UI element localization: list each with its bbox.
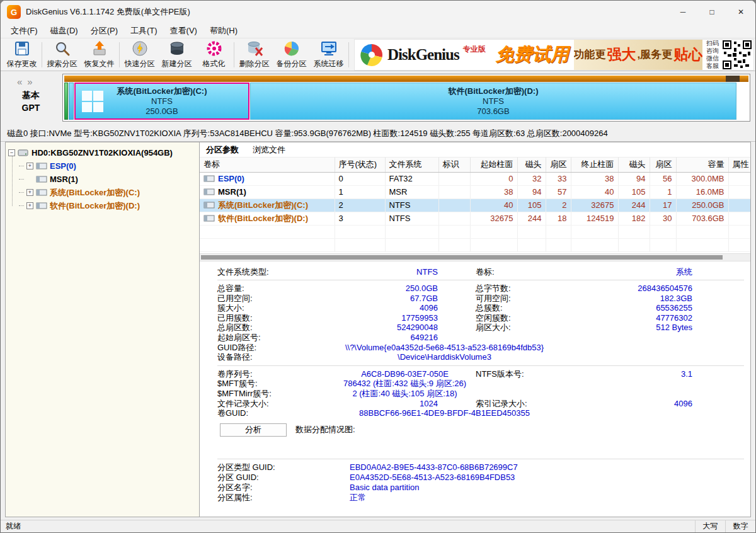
tab-browse-files[interactable]: 浏览文件 [253,144,285,156]
cell-fs: NTFS [385,212,438,225]
tree-root-label: HD0:KBG50ZNV1T02KIOXIA(954GB) [32,148,173,158]
detail-label: 文件系统类型: [217,267,334,277]
search-partition-button[interactable]: 搜索分区 [43,40,81,70]
menu-help[interactable]: 帮助(H) [203,23,244,38]
partition-row-software-d[interactable]: 软件(BitLocker加密)(D:) 3 NTFS 32675 244 18 … [200,212,750,225]
tree-item-software-d[interactable]: + 软件(BitLocker加密)(D:) [19,199,198,212]
format-button[interactable]: 格式化 [195,40,232,70]
delete-partition-button[interactable]: 删除分区 [236,40,273,70]
partition-block-d[interactable]: 软件(BitLocker加密)(D:) NTFS 703.6GB [250,83,736,120]
cell-start-sec: 57 [546,185,571,198]
cell-attr [728,212,750,225]
collapse-icon[interactable]: − [8,149,15,156]
slogan-part: ,服务更 [637,47,672,62]
minimize-button[interactable]: ─ [668,1,697,23]
format-icon [205,40,223,57]
tree-item-msr[interactable]: MSR(1) [19,173,198,186]
new-partition-icon [168,40,186,57]
save-changes-button[interactable]: 保存更改 [3,40,40,70]
detail-row: $MFT簇号:786432 (柱面:432 磁头:9 扇区:26) [217,379,750,389]
tree-item-label: MSR(1) [50,175,78,184]
section-divider [217,459,744,459]
partition-icon [203,202,215,209]
window-controls: ─ □ ✕ [668,1,755,23]
partition-row-esp[interactable]: ESP(0) 0 FAT32 0 32 33 38 94 56 300.0MB [200,172,750,185]
quick-partition-button[interactable]: 快速分区 [121,40,158,70]
menu-disk[interactable]: 磁盘(D) [44,23,84,38]
cell-end-head: 244 [618,198,650,212]
partition-block-c[interactable]: 系统(BitLocker加密)(C:) NTFS 250.0GB [74,83,249,120]
recover-files-button[interactable]: 恢复文件 [81,40,118,70]
partition-name: 软件(BitLocker加密)(D:) [449,86,539,96]
detail-label: 卷GUID: [217,408,334,418]
detail-label: 索引记录大小: [476,399,576,409]
menu-view[interactable]: 查看(V) [164,23,203,38]
col-end-head: 磁头 [618,158,650,172]
analyze-button[interactable]: 分析 [220,423,287,437]
close-button[interactable]: ✕ [726,1,755,23]
tree-item-system-c[interactable]: + 系统(BitLocker加密)(C:) [19,186,198,199]
detail-label: 总扇区数: [217,323,334,333]
detail-row: 起始扇区号:649216 [217,333,750,343]
tree-connector [19,166,24,166]
detail-value: 524290048 [334,323,438,333]
promo-banner[interactable]: DiskGenius 专业版 免费试用 功能更 强大 ,服务更 贴心 扫码咨询 … [354,39,754,71]
qr-panel[interactable]: 扫码咨询 微信客服 [702,40,753,70]
detail-value: 1024 [334,399,438,409]
tree-connector [19,192,24,193]
prev-disk-icon[interactable]: « [17,76,27,87]
expand-icon[interactable]: + [26,163,33,169]
partition-block-esp[interactable] [64,83,68,120]
detail-row: 分区类型 GUID:EBD0A0A2-B9E5-4433-87C0-68B6B7… [217,462,750,473]
menu-tools[interactable]: 工具(T) [124,23,164,38]
backup-partition-button[interactable]: 备份分区 [273,40,310,70]
detail-label: $MFTMirr簇号: [217,389,334,399]
system-migration-button[interactable]: 系统迁移 [310,40,347,70]
detail-row: 设备路径:\Device\HarddiskVolume3 [217,352,750,362]
expand-icon[interactable]: + [26,202,33,209]
detail-value: 47776302 [576,313,750,323]
horizontal-scrollbar[interactable] [200,253,750,261]
maximize-button[interactable]: □ [697,1,726,23]
tab-partition-params[interactable]: 分区参数 [206,144,239,156]
partition-icon [203,215,215,222]
menu-partition[interactable]: 分区(P) [84,23,124,38]
tree-root-disk[interactable]: − HD0:KBG50ZNV1T02KIOXIA(954GB) [8,146,198,159]
toolbar-separator [234,42,234,67]
search-icon [54,40,71,57]
detail-row: 总扇区数:524290048扇区大小:512 Bytes [217,323,750,333]
partition-fs: NTFS [151,96,173,106]
new-partition-button[interactable]: 新建分区 [158,40,195,70]
table-header-row: 卷标 序号(状态) 文件系统 标识 起始柱面 磁头 扇区 终止柱面 磁头 扇区 … [200,158,750,172]
statusbar: 就绪 大写 数字 [1,520,755,532]
expand-icon[interactable]: + [26,189,33,196]
col-end-sector: 扇区 [650,158,676,172]
tree-connector [19,179,24,180]
banner-edition-label: 专业版 [463,44,486,55]
scrollbar-thumb[interactable] [201,255,723,260]
cell-capacity: 250.0GB [676,198,728,212]
volume-label: 软件(BitLocker加密)(D:) [218,213,308,224]
partition-row-msr[interactable]: MSR(1) 1 MSR 38 94 57 40 105 1 16.0MB [200,185,750,198]
cell-end-sec: 56 [650,172,676,185]
cell-capacity: 300.0MB [676,172,728,185]
col-start-sector: 扇区 [546,158,571,172]
allocation-map-area [217,437,750,456]
partition-icon [36,176,47,183]
menu-file[interactable]: 文件(F) [4,23,44,38]
volume-label: ESP(0) [218,174,244,183]
detail-value: 67.7GB [334,294,438,304]
next-disk-icon[interactable]: » [27,76,37,87]
cell-end-cyl: 40 [571,185,618,198]
partition-icon [203,175,215,182]
qr-caption-line: 微信客服 [704,55,721,70]
partition-details: 文件系统类型:NTFS卷标:系统 总容量:250.0GB总字节数:2684365… [200,261,750,503]
partition-block-msr[interactable] [69,83,74,120]
partition-row-system-c[interactable]: 系统(BitLocker加密)(C:) 2 NTFS 40 105 2 3267… [200,198,750,212]
cell-end-cyl: 32675 [571,198,618,212]
status-message: 就绪 [1,520,695,532]
banner-logo-text: DiskGenius [387,46,459,64]
tree-connector [19,205,24,206]
tree-item-esp[interactable]: + ESP(0) [19,159,198,173]
cell-end-cyl: 124519 [571,212,618,225]
